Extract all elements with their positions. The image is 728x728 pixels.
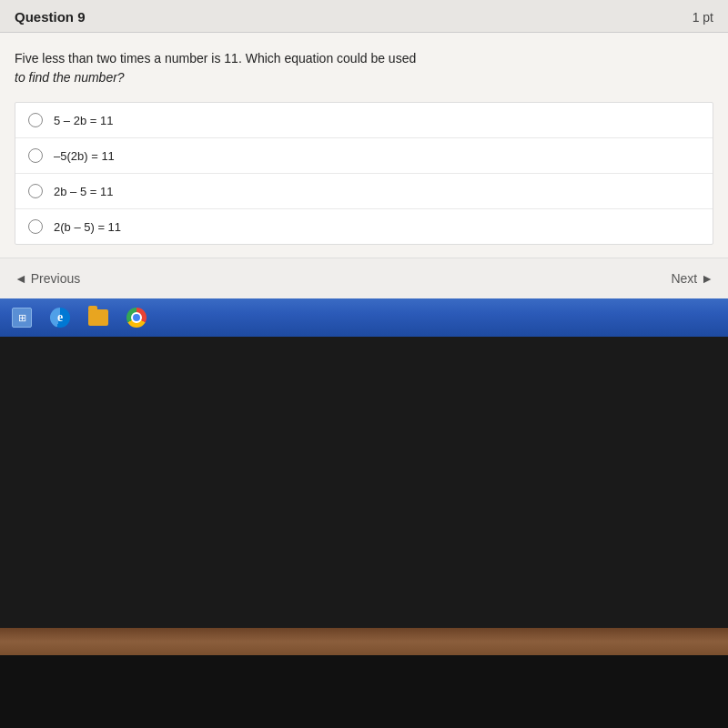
previous-button[interactable]: ◄ Previous [15,271,80,286]
chrome-icon [126,308,147,328]
option-b-label: –5(2b) = 11 [54,149,115,163]
option-a-label: 5 – 2b = 11 [54,114,113,127]
option-c[interactable]: 2b – 5 = 11 [15,174,713,209]
question-title: Question 9 [15,9,86,25]
option-d[interactable]: 2(b – 5) = 11 [15,209,713,244]
radio-a[interactable] [28,113,43,127]
option-d-label: 2(b – 5) = 11 [54,220,121,234]
question-points: 1 pt [693,10,713,25]
nav-bar: ◄ Previous Next ► [0,258,728,298]
taskbar-edge-btn[interactable] [42,301,78,334]
taskbar: ⊞ [0,298,728,337]
options-list: 5 – 2b = 11 –5(2b) = 11 2b – 5 = 11 2(b … [15,102,713,245]
option-c-label: 2b – 5 = 11 [54,185,113,198]
desktop-icon: ⊞ [12,308,32,328]
screen: Question 9 1 pt Five less than two times… [0,0,728,728]
taskbar-chrome-btn[interactable] [118,301,155,334]
question-body: Five less than two times a number is 11.… [0,33,728,258]
option-a[interactable]: 5 – 2b = 11 [15,103,713,138]
bottom-dark [0,655,728,728]
radio-c[interactable] [28,184,43,198]
quiz-container: Question 9 1 pt Five less than two times… [0,0,728,298]
taskbar-desktop-btn[interactable]: ⊞ [4,301,40,334]
dark-area [0,337,728,628]
taskbar-folder-btn[interactable] [80,301,116,334]
radio-d[interactable] [28,219,43,234]
option-b[interactable]: –5(2b) = 11 [15,138,713,174]
edge-icon [50,308,70,328]
next-button[interactable]: Next ► [671,271,713,286]
wood-strip [0,628,728,655]
question-header: Question 9 1 pt [0,0,728,33]
folder-icon [88,309,108,326]
question-text: Five less than two times a number is 11.… [15,49,713,87]
radio-b[interactable] [28,148,43,163]
